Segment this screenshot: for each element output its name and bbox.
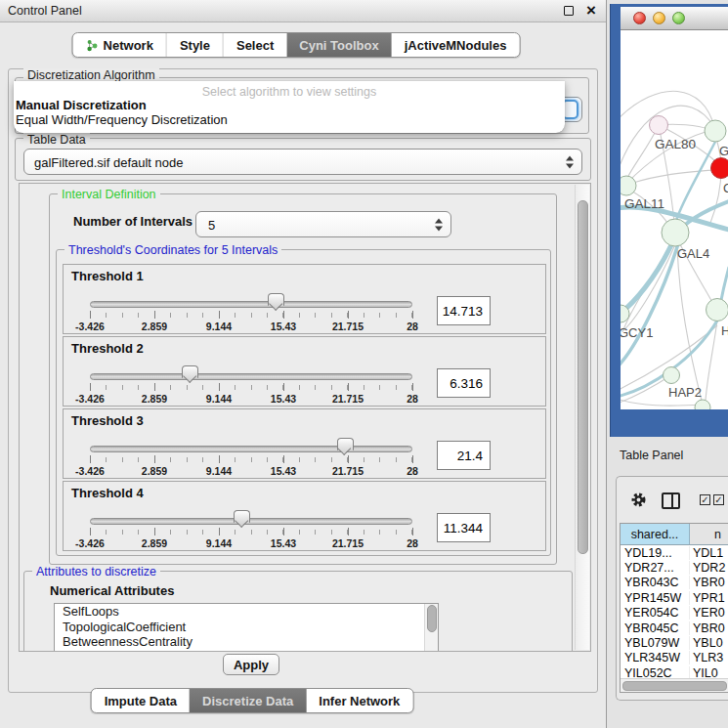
threshold-slider[interactable]: -3.426 2.859 9.144 15.43 21.715 28 (90, 441, 412, 476)
slider-scale-labels: -3.426 2.859 9.144 15.43 21.715 28 (90, 393, 412, 405)
node-gal4[interactable] (662, 219, 689, 246)
slider-ticks (90, 385, 412, 390)
column-header-shared-name[interactable]: shared... (621, 524, 690, 544)
slider-track[interactable] (90, 518, 412, 525)
slider-track[interactable] (90, 446, 412, 452)
threshold-box-4: Threshold 4 -3.426 2.859 9.144 15.43 (63, 481, 546, 551)
tab-style[interactable]: Style (166, 33, 223, 57)
table-row[interactable]: YER054CYER0 (621, 606, 728, 621)
threshold-box-3: Threshold 3 -3.426 2.859 9.144 15.43 (63, 408, 546, 479)
node-gal80[interactable] (650, 116, 668, 135)
node-label-hap2: HAP2 (668, 385, 702, 400)
node-label-gal80: GAL80 (655, 137, 696, 151)
mac-zoom-button[interactable] (672, 12, 685, 24)
spinner-arrows-icon[interactable] (566, 155, 574, 168)
table-header-row: shared... n (621, 524, 728, 545)
tab-select[interactable]: Select (223, 33, 286, 57)
list-item[interactable]: SelfLoops (55, 604, 438, 620)
node-gal11[interactable] (621, 176, 636, 195)
checkbox-icon[interactable]: ✓ (700, 494, 710, 505)
gear-icon[interactable] (630, 492, 647, 508)
slider-track[interactable] (90, 301, 412, 308)
panel-scrollbar-thumb[interactable] (578, 200, 588, 554)
close-icon[interactable]: × (586, 1, 596, 21)
table-row[interactable]: YDL19...YDL1 (621, 545, 728, 560)
threshold-label: Threshold 3 (71, 413, 144, 428)
table-data-group: Table Data galFiltered.sif default node (15, 138, 591, 181)
node-partial-g[interactable] (705, 120, 726, 142)
apply-button[interactable]: Apply (223, 654, 279, 675)
node-bottom[interactable] (695, 400, 710, 409)
threshold-value-field[interactable]: 14.713 (437, 296, 491, 325)
attributes-group-title: Attributes to discretize (32, 565, 160, 578)
table-horizontal-scrollbar[interactable] (621, 678, 728, 692)
attributes-group: Attributes to discretize Numerical Attri… (23, 571, 573, 652)
slider-thumb[interactable] (182, 365, 198, 378)
node-table: shared... n YDL19...YDL1 YDR27...YDR2 YB… (620, 523, 728, 693)
table-row[interactable]: YBL079WYBL0 (621, 635, 728, 650)
column-header-name[interactable]: n (690, 524, 728, 544)
dropdown-hint: Select algorithm to view settings (14, 81, 565, 99)
thresholds-group-title: Threshold's Coordinates for 5 Intervals (64, 243, 281, 257)
threshold-slider[interactable]: -3.426 2.859 9.144 15.43 21.715 28 (90, 368, 412, 404)
table-data-select[interactable]: galFiltered.sif default node (23, 149, 582, 175)
table-row[interactable]: YLR345WYLR3 (621, 651, 728, 665)
tab-network[interactable]: Network (73, 33, 166, 57)
control-panel-tabbar: Network Style Select Cyni Toolbox jActiv… (72, 32, 521, 58)
table-row[interactable]: YPR145WYPR1 (621, 590, 728, 605)
cyni-bottom-tabbar: Impute Data Discretize Data Infer Networ… (91, 688, 414, 713)
table-row[interactable]: YBR045CYBR0 (621, 621, 728, 635)
node-label-gal11: GAL11 (624, 196, 664, 211)
columns-icon[interactable] (662, 492, 680, 509)
slider-track[interactable] (90, 373, 412, 380)
tab-cyni-toolbox[interactable]: Cyni Toolbox (286, 33, 391, 57)
tab-discretize-data[interactable]: Discretize Data (190, 689, 306, 712)
list-scrollbar[interactable] (424, 604, 438, 651)
node-label-gal4: GAL4 (677, 246, 709, 261)
network-icon (86, 39, 99, 52)
node-label-partial-g: GA (719, 144, 728, 158)
threshold-value-field[interactable]: 6.316 (437, 368, 491, 398)
slider-thumb[interactable] (234, 510, 250, 523)
float-window-icon[interactable] (564, 6, 574, 16)
slider-thumb[interactable] (268, 293, 284, 306)
threshold-value-field[interactable]: 21.4 (437, 441, 491, 470)
threshold-slider[interactable]: -3.426 2.859 9.144 15.43 21.715 28 (90, 296, 412, 331)
table-row[interactable]: YDR27...YDR2 (621, 560, 728, 575)
num-intervals-spinner[interactable]: 5 (195, 211, 451, 237)
thresholds-group: Threshold's Coordinates for 5 Intervals … (56, 249, 551, 556)
tab-impute-data[interactable]: Impute Data (92, 689, 190, 712)
mac-close-button[interactable] (633, 12, 646, 24)
node-label-partial-h: H (721, 323, 728, 338)
table-row[interactable]: YBR043CYBR0 (621, 576, 728, 590)
list-item[interactable]: BetweennessCentrality (55, 634, 438, 650)
control-panel-window: Control Panel × Network Style Select Cyn… (0, 0, 606, 728)
network-canvas[interactable]: GAL80 GA C GAL11 GAL4 GCY1 H HAP2 (621, 30, 728, 409)
network-window-titlebar[interactable] (621, 7, 728, 30)
node-selected-red[interactable] (711, 158, 728, 179)
table-scrollbar-thumb[interactable] (622, 681, 727, 691)
spinner-arrows-icon[interactable] (435, 218, 443, 231)
slider-scale-labels: -3.426 2.859 9.144 15.43 21.715 28 (90, 321, 412, 332)
list-item[interactable]: TopologicalCoefficient (55, 620, 438, 635)
slider-thumb[interactable] (337, 438, 354, 450)
mac-minimize-button[interactable] (653, 12, 665, 24)
checkbox-icon[interactable]: ✓ (713, 494, 724, 505)
panel-scrollbar[interactable] (575, 185, 589, 650)
node-hap2[interactable] (664, 367, 680, 384)
num-intervals-value: 5 (208, 217, 215, 232)
dropdown-option-equal-width[interactable]: Equal Width/Frequency Discretization (14, 113, 565, 128)
dropdown-option-manual[interactable]: Manual Discretization (14, 99, 565, 113)
tab-infer-network[interactable]: Infer Network (306, 689, 412, 712)
threshold-value-field[interactable]: 11.344 (437, 513, 491, 542)
slider-ticks (90, 457, 412, 462)
table-data-title: Table Data (23, 133, 90, 147)
node-partial-h[interactable] (707, 299, 728, 321)
cyni-settings-panel: Discretization Algorithm Select algorith… (8, 68, 598, 693)
algorithm-dropdown-popup: Select algorithm to view settings Manual… (14, 81, 565, 133)
table-panel-title: Table Panel (620, 449, 683, 462)
tab-jactivemnodules[interactable]: jActiveMNodules (392, 33, 520, 57)
right-side: GAL80 GA C GAL11 GAL4 GCY1 H HAP2 Table … (606, 0, 728, 728)
numerical-attributes-list: SelfLoops TopologicalCoefficient Between… (54, 603, 439, 652)
threshold-slider[interactable]: -3.426 2.859 9.144 15.43 21.715 28 (90, 513, 412, 548)
